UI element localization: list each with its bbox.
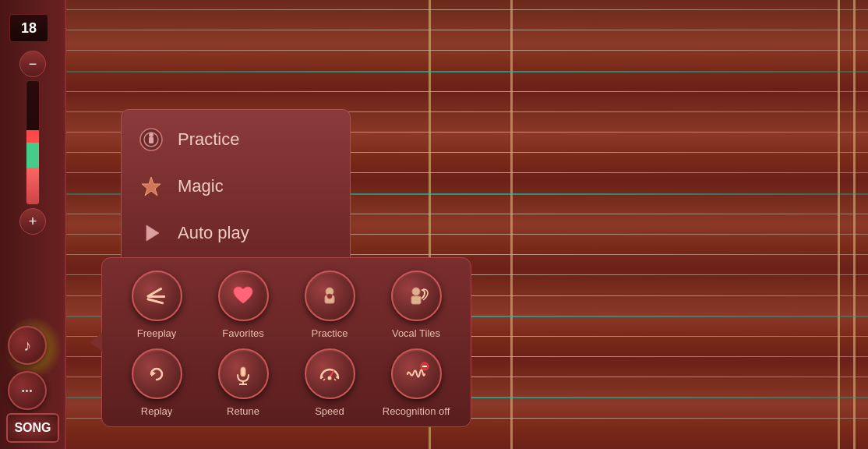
vocal-tiles-label: Vocal Tiles: [392, 327, 440, 339]
string-2: [66, 50, 868, 51]
string-0: [66, 9, 868, 10]
speed-label: Speed: [315, 405, 344, 417]
number-badge: 18: [9, 14, 48, 42]
replay-button[interactable]: Replay: [118, 348, 196, 417]
string-4: [66, 91, 868, 92]
mode-item-magic[interactable]: Magic: [122, 163, 350, 210]
replay-label: Replay: [141, 405, 172, 417]
svg-marker-4: [142, 177, 161, 196]
volume-plus-button[interactable]: +: [19, 208, 46, 235]
volume-area: − +: [16, 51, 50, 238]
vocal-tiles-button[interactable]: Vocal Tiles: [377, 270, 455, 339]
retune-button[interactable]: Retune: [204, 348, 282, 417]
magic-label: Magic: [178, 176, 224, 196]
action-panel: Freeplay Favorites Practice: [101, 257, 471, 427]
panel-arrow: [90, 333, 102, 352]
svg-rect-3: [149, 137, 153, 143]
song-label: SONG: [14, 421, 51, 435]
autoplay-label: Auto play: [178, 223, 249, 243]
svg-rect-8: [146, 297, 164, 304]
svg-rect-15: [241, 367, 245, 377]
plus-label: +: [29, 214, 37, 230]
mode-item-practice[interactable]: Practice: [122, 116, 350, 163]
bottom-buttons: ♪ •••: [8, 326, 47, 410]
song-button[interactable]: SONG: [6, 413, 59, 443]
action-row-2: Replay Retune: [118, 348, 455, 417]
speed-button[interactable]: Speed: [291, 348, 369, 417]
svg-rect-13: [411, 296, 421, 304]
volume-minus-button[interactable]: −: [19, 51, 46, 77]
replay-circle: [132, 348, 182, 399]
svg-line-20: [323, 379, 325, 380]
freeplay-label: Freeplay: [137, 327, 177, 339]
retune-circle: [218, 348, 269, 399]
music-icon: ♪: [23, 337, 31, 355]
more-button[interactable]: •••: [8, 371, 47, 410]
freeplay-button[interactable]: Freeplay: [118, 270, 196, 339]
string-3: [66, 71, 868, 72]
recognition-circle: [391, 348, 442, 399]
volume-slider[interactable]: [26, 80, 40, 205]
vocal-tiles-circle: [391, 270, 442, 321]
bridge-line-3: [838, 0, 840, 449]
svg-point-19: [328, 376, 332, 380]
recognition-off-label: Recognition off: [383, 405, 450, 417]
svg-point-2: [149, 133, 153, 137]
volume-fill-green: [26, 143, 39, 168]
favorites-label: Favorites: [222, 327, 263, 339]
bridge-line-2: [510, 0, 513, 449]
practice2-button[interactable]: Practice: [291, 270, 369, 339]
svg-line-21: [334, 379, 336, 380]
left-panel: 18 − + ♪ ••• SONG: [0, 0, 66, 449]
action-row-1: Freeplay Favorites Practice: [118, 270, 455, 339]
more-icon: •••: [22, 386, 34, 395]
svg-marker-5: [146, 225, 159, 241]
retune-label: Retune: [227, 405, 259, 417]
freeplay-circle: [132, 270, 182, 321]
svg-marker-14: [151, 370, 156, 377]
speed-circle: [305, 348, 355, 399]
practice-label: Practice: [178, 129, 239, 150]
autoplay-icon: [137, 219, 165, 247]
bridge-line-4: [853, 0, 856, 449]
svg-rect-7: [148, 295, 165, 298]
magic-icon: [137, 172, 165, 200]
favorites-circle: [218, 270, 269, 321]
practice-icon: [137, 126, 165, 154]
svg-point-12: [412, 288, 420, 295]
mode-item-autoplay[interactable]: Auto play: [122, 210, 350, 256]
string-1: [66, 30, 868, 30]
recognition-off-button[interactable]: Recognition off: [377, 348, 455, 417]
svg-point-11: [327, 294, 332, 299]
number-value: 18: [21, 20, 37, 37]
minus-label: −: [29, 56, 37, 72]
music-button[interactable]: ♪: [8, 326, 47, 365]
practice2-label: Practice: [312, 327, 348, 339]
favorites-button[interactable]: Favorites: [204, 270, 282, 339]
mode-menu: Practice Magic Auto play: [121, 109, 351, 263]
practice2-circle: [305, 270, 355, 321]
